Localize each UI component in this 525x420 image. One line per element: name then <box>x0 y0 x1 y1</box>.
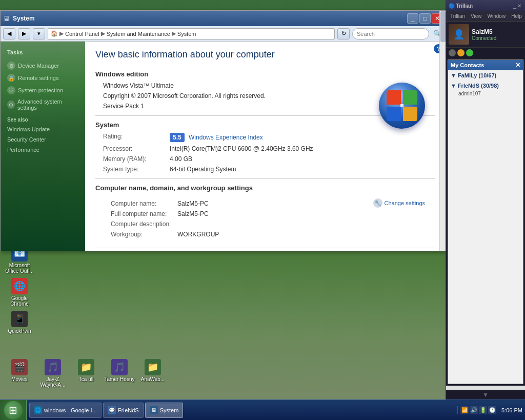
flag-red <box>387 90 401 105</box>
back-button[interactable]: ◀ <box>3 28 15 39</box>
remote-settings-icon: 🔒 <box>7 74 15 82</box>
scrollbar-thumb[interactable] <box>440 42 446 42</box>
section-divider-2 <box>95 178 435 179</box>
change-settings-label: Change settings <box>385 200 426 206</box>
advanced-settings-label: Advanced system settings <box>17 98 78 111</box>
trillian-profile: 👤 SalzM5 Connected <box>446 22 525 48</box>
desktop-icon-quickpwn[interactable]: 📱 QuickPwn <box>4 311 35 334</box>
system-window: 🖥 System _ □ ✕ ◀ ▶ ▾ 🏠 ▶ Control Panel ▶… <box>0 10 446 251</box>
friends-group-header[interactable]: ▼ FrIeNdS (30/98) <box>451 82 520 90</box>
remote-settings-label: Remote settings <box>18 75 58 81</box>
taskbar-item-friends[interactable]: 💬 FrIeNdS <box>103 403 144 418</box>
outlook-label: Microsoft Office Outl... <box>4 263 35 274</box>
taskbar-item-system[interactable]: 🖥 System <box>145 403 184 418</box>
desktop-icon-movies[interactable]: 🎬 Movies <box>4 359 35 388</box>
sidebar-item-performance[interactable]: Performance <box>3 145 83 155</box>
trillian-scroll-down[interactable]: ▼ <box>482 391 489 398</box>
systray-network-icon[interactable]: 📶 <box>460 406 469 414</box>
change-settings-icon: 🔧 <box>373 198 382 208</box>
trillian-minimize-btn[interactable]: _ <box>513 3 516 9</box>
desktop-icon-anawab[interactable]: 📁 AnaWab... <box>137 359 168 388</box>
tcaull-icon: 📁 <box>78 359 94 375</box>
page-title: View basic information about your comput… <box>95 49 435 63</box>
window-titlebar: 🖥 System _ □ ✕ <box>1 11 446 26</box>
quickpwn-icon: 📱 <box>11 311 28 327</box>
systray-clock-icon[interactable]: 🕐 <box>488 406 496 414</box>
minimize-button[interactable]: _ <box>407 13 418 24</box>
processor-row: Processor: Intel(R) Core(TM)2 CPU 6600 @… <box>95 144 435 154</box>
taskbar-system-label: System <box>160 407 179 413</box>
processor-label: Processor: <box>103 145 170 152</box>
ie-icon: 🌐 <box>34 406 42 414</box>
trillian-resize-handle[interactable] <box>446 386 525 390</box>
status-dots <box>446 48 525 58</box>
profile-name: SalzM5 <box>472 28 496 35</box>
computer-settings-section: 🔧 Change settings Computer name: SalzM5-… <box>95 194 435 244</box>
systray-volume-icon[interactable]: 🔊 <box>470 406 478 414</box>
status-dot-gray[interactable] <box>449 49 456 56</box>
breadcrumb-system[interactable]: System <box>177 31 196 37</box>
computer-description-row: Computer description: <box>103 219 428 229</box>
trillian-menu-window[interactable]: Window <box>486 13 508 19</box>
status-dot-green[interactable] <box>466 49 473 56</box>
scrollbar[interactable] <box>439 42 446 251</box>
change-settings-button[interactable]: 🔧 Change settings <box>373 198 426 208</box>
windows-orb <box>379 83 425 129</box>
sidebar-item-device-manager[interactable]: ⚙ Device Manager <box>3 59 83 72</box>
jayz-label: Jay-Z Wayne-A... <box>37 376 68 388</box>
desktop-icon-tcaull[interactable]: 📁 Tca ull <box>71 359 102 388</box>
family-group-header[interactable]: ▼ FaMiLy (10/67) <box>451 71 520 79</box>
memory-value: 4.00 GB <box>170 155 428 163</box>
family-group-label: FaMiLy (10/67) <box>458 72 496 78</box>
maximize-button[interactable]: □ <box>419 13 431 24</box>
breadcrumb: 🏠 ▶ Control Panel ▶ System and Maintenan… <box>48 28 335 39</box>
windows-logo <box>379 83 430 129</box>
flag-blue <box>387 107 401 121</box>
rating-number: 5.5 <box>173 134 181 141</box>
trillian-menu-help[interactable]: Help <box>510 13 523 19</box>
sidebar-item-system-protection[interactable]: 🛡 System protection <box>3 84 83 96</box>
sidebar-item-windows-update[interactable]: Windows Update <box>3 124 83 134</box>
workgroup-value: WORKGROUP <box>177 231 420 238</box>
contact-item-admin[interactable]: admin107 <box>451 90 520 97</box>
systray-power-icon[interactable]: 🔋 <box>479 406 487 414</box>
search-input[interactable] <box>352 28 429 39</box>
device-manager-label: Device Manager <box>18 63 59 69</box>
desktop-icon-jayz[interactable]: 🎵 Jay-Z Wayne-A... <box>37 359 68 388</box>
sidebar-item-advanced-settings[interactable]: ⚙ Advanced system settings <box>3 96 83 113</box>
desktop-icon-chrome[interactable]: 🌐 Google Chrome <box>4 278 35 307</box>
trillian-close-btn[interactable]: ✕ <box>517 3 521 9</box>
recent-button[interactable]: ▾ <box>33 28 45 39</box>
breadcrumb-system-maintenance[interactable]: System and Maintenance <box>107 31 170 37</box>
taskbar: ⊞ 🌐 windows - Google I... 💬 FrIeNdS 🖥 Sy… <box>0 399 525 420</box>
windows-experience-index-link[interactable]: Windows Experience Index <box>189 134 263 141</box>
contact-group-family: ▼ FaMiLy (10/67) <box>448 70 523 81</box>
sidebar-item-remote-settings[interactable]: 🔒 Remote settings <box>3 72 83 84</box>
sidebar-item-security-center[interactable]: Security Center <box>3 134 83 145</box>
status-dot-yellow[interactable] <box>457 49 465 56</box>
see-also-section-title: See also <box>3 113 83 124</box>
refresh-button[interactable]: ↻ <box>337 28 350 39</box>
quickpwn-label: QuickPwn <box>8 328 31 334</box>
system-protection-icon: 🛡 <box>7 86 15 94</box>
contacts-close-button[interactable]: ✕ <box>515 62 520 69</box>
rating-value: 5.5 Windows Experience Index <box>170 133 428 142</box>
forward-button[interactable]: ▶ <box>18 28 30 39</box>
trillian-menu-view[interactable]: View <box>469 13 483 19</box>
desktop-icon-tamer[interactable]: 🎵 Tamer Hosny <box>104 359 135 388</box>
start-button[interactable]: ⊞ <box>0 400 27 421</box>
movies-icon: 🎬 <box>11 359 28 375</box>
computer-name-section-header: Computer name, domain, and workgroup set… <box>95 184 435 192</box>
chrome-icon: 🌐 <box>11 278 28 294</box>
start-orb: ⊞ <box>4 401 23 419</box>
breadcrumb-control-panel[interactable]: Control Panel <box>65 31 99 37</box>
desktop: 📧 Microsoft Office Outl... 🌐 Google Chro… <box>0 0 525 420</box>
taskbar-friends-label: FrIeNdS <box>118 407 139 413</box>
trillian-title: 🔵 Trillian <box>449 3 513 9</box>
taskbar-item-ie[interactable]: 🌐 windows - Google I... <box>29 403 102 418</box>
tcaull-label: Tca ull <box>79 376 93 382</box>
profile-info: SalzM5 Connected <box>472 28 496 41</box>
family-expand-icon: ▼ <box>451 72 456 78</box>
trillian-menu-trillian[interactable]: Trillian <box>449 13 467 19</box>
trillian-bottom: ▼ <box>446 390 525 400</box>
